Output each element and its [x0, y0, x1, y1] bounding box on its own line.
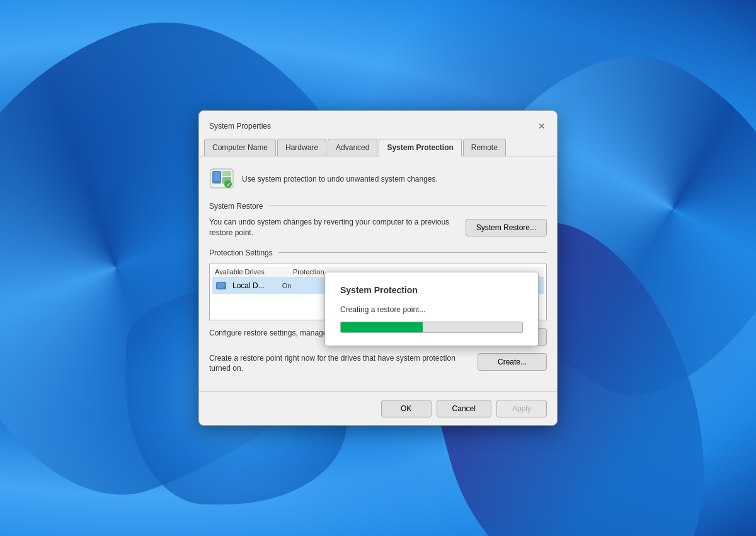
- header-description: Use system protection to undo unwanted s…: [242, 174, 438, 185]
- tab-system-protection[interactable]: System Protection: [379, 139, 461, 156]
- restore-description: You can undo system changes by reverting…: [209, 217, 455, 238]
- tab-remote[interactable]: Remote: [463, 139, 506, 156]
- progress-dialog-title: System Protection: [340, 285, 523, 295]
- progress-bar-container: [340, 322, 523, 333]
- system-properties-dialog: System Properties ✕ Computer Name Hardwa…: [198, 110, 558, 426]
- tab-hardware[interactable]: Hardware: [277, 139, 326, 156]
- close-button[interactable]: ✕: [534, 119, 549, 134]
- tab-advanced[interactable]: Advanced: [328, 139, 377, 156]
- header-section: ✓ Use system protection to undo unwanted…: [209, 166, 547, 192]
- svg-rect-3: [222, 171, 231, 176]
- system-restore-button[interactable]: System Restore...: [466, 219, 547, 236]
- system-restore-divider: System Restore: [209, 202, 547, 211]
- tabs-bar: Computer Name Hardware Advanced System P…: [199, 134, 557, 156]
- svg-rect-2: [214, 172, 220, 181]
- drive-protection-status: On: [282, 282, 292, 289]
- col-header-available: Available Drives: [215, 268, 290, 276]
- svg-text:✓: ✓: [226, 182, 231, 188]
- create-button[interactable]: Create...: [478, 353, 547, 371]
- restore-section: You can undo system changes by reverting…: [209, 217, 547, 238]
- cancel-button[interactable]: Cancel: [437, 400, 491, 417]
- progress-message: Creating a restore point...: [340, 305, 523, 314]
- divider-line-1: [268, 206, 547, 206]
- dialog-title: System Properties: [209, 122, 271, 131]
- drive-icon: [215, 279, 227, 292]
- progress-dialog: System Protection Creating a restore poi…: [324, 272, 539, 346]
- tab-computer-name[interactable]: Computer Name: [204, 139, 276, 156]
- protection-settings-divider: Protection Settings: [209, 248, 547, 257]
- system-restore-label: System Restore: [209, 202, 263, 211]
- create-row: Create a restore point right now for the…: [209, 353, 547, 375]
- dialog-footer: OK Cancel Apply: [199, 392, 557, 425]
- dialog-container: System Properties ✕ Computer Name Hardwa…: [0, 0, 756, 536]
- system-protection-icon: ✓: [209, 166, 234, 192]
- dialog-titlebar: System Properties ✕: [199, 111, 557, 134]
- progress-bar-fill: [341, 322, 423, 332]
- protection-settings-label: Protection Settings: [209, 248, 273, 257]
- divider-line-2: [278, 252, 547, 253]
- create-description: Create a restore point right now for the…: [209, 353, 467, 375]
- drive-name: Local D...: [232, 281, 265, 290]
- ok-button[interactable]: OK: [381, 400, 432, 417]
- apply-button[interactable]: Apply: [496, 400, 547, 417]
- svg-point-9: [223, 286, 226, 289]
